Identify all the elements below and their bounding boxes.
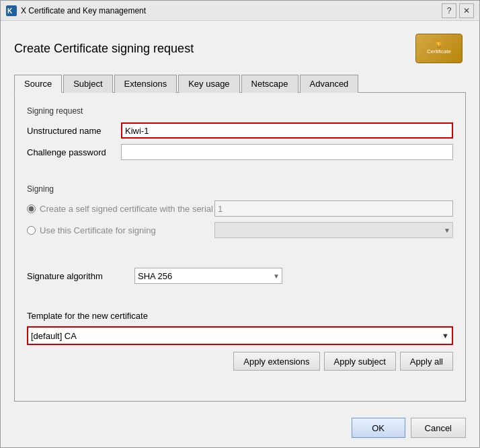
cancel-button[interactable]: Cancel [411, 418, 466, 438]
titlebar: K X Certificate and Key management ? ✕ [1, 1, 479, 21]
signature-algorithm-select[interactable]: SHA 256 SHA 384 SHA 512 SHA 1 MD5 [134, 268, 282, 284]
page-title: Create Certificate signing request [14, 42, 194, 56]
challenge-password-label: Challenge password [27, 147, 121, 157]
signature-algorithm-select-wrapper: SHA 256 SHA 384 SHA 512 SHA 1 MD5 ▼ [134, 268, 282, 284]
use-cert-select[interactable] [214, 222, 453, 238]
window-title: X Certificate and Key management [21, 6, 442, 15]
tab-subject[interactable]: Subject [63, 75, 112, 93]
use-cert-radio[interactable] [27, 226, 36, 235]
spacer [27, 371, 453, 390]
use-cert-radio-label: Use this Certificate for signing [40, 225, 214, 235]
self-signed-radio-label: Create a self signed certificate with th… [40, 204, 214, 214]
unstructured-name-group: Unstructured name [27, 122, 453, 139]
divider-3 [27, 284, 453, 297]
apply-all-button[interactable]: Apply all [400, 352, 453, 371]
tab-extensions[interactable]: Extensions [114, 75, 177, 93]
signing-request-label: Signing request [27, 106, 453, 116]
app-icon: K [6, 5, 17, 16]
cert-logo: 🏆Certificate [412, 32, 466, 65]
divider-2 [27, 244, 453, 257]
window-controls: ? ✕ [442, 3, 474, 18]
tab-bar: Source Subject Extensions Key usage Nets… [14, 75, 466, 93]
ok-button[interactable]: OK [352, 418, 405, 438]
serial-input[interactable] [214, 200, 453, 217]
use-cert-group: Use this Certificate for signing ▼ [27, 222, 453, 238]
apply-extensions-button[interactable]: Apply extensions [233, 352, 319, 371]
signature-algorithm-label: Signature algorithm [27, 271, 134, 281]
apply-subject-button[interactable]: Apply subject [324, 352, 396, 371]
tab-key-usage[interactable]: Key usage [178, 75, 239, 93]
cert-logo-image: 🏆Certificate [415, 34, 463, 63]
signature-algorithm-row: Signature algorithm SHA 256 SHA 384 SHA … [27, 268, 453, 284]
template-section: Template for the new certificate [defaul… [27, 311, 453, 371]
svg-text:K: K [7, 7, 13, 15]
template-section-label: Template for the new certificate [27, 311, 453, 321]
challenge-password-input[interactable] [121, 144, 453, 160]
unstructured-name-label: Unstructured name [27, 126, 121, 136]
divider-1 [27, 165, 453, 179]
template-select[interactable]: [default] CA [default] TLS server [defau… [27, 326, 453, 345]
help-button[interactable]: ? [442, 3, 456, 18]
footer: OK Cancel [1, 411, 479, 447]
self-signed-radio[interactable] [27, 204, 36, 213]
template-select-wrapper: [default] CA [default] TLS server [defau… [27, 326, 453, 345]
tab-source[interactable]: Source [14, 75, 62, 93]
self-signed-group: Create a self signed certificate with th… [27, 200, 453, 217]
main-window: K X Certificate and Key management ? ✕ C… [0, 0, 480, 448]
tab-netscape[interactable]: Netscape [241, 75, 298, 93]
tab-advanced[interactable]: Advanced [300, 75, 359, 93]
close-button[interactable]: ✕ [459, 3, 474, 18]
tab-panel-source: Signing request Unstructured name Challe… [14, 93, 466, 402]
signing-label: Signing [27, 184, 453, 194]
challenge-password-group: Challenge password [27, 144, 453, 160]
main-content: Create Certificate signing request 🏆Cert… [1, 21, 479, 411]
use-cert-select-wrapper: ▼ [214, 222, 453, 238]
signing-section: Signing Create a self signed certificate… [27, 184, 453, 244]
unstructured-name-input[interactable] [121, 122, 453, 139]
page-title-row: Create Certificate signing request 🏆Cert… [14, 32, 466, 65]
template-buttons-row: Apply extensions Apply subject Apply all [27, 352, 453, 371]
